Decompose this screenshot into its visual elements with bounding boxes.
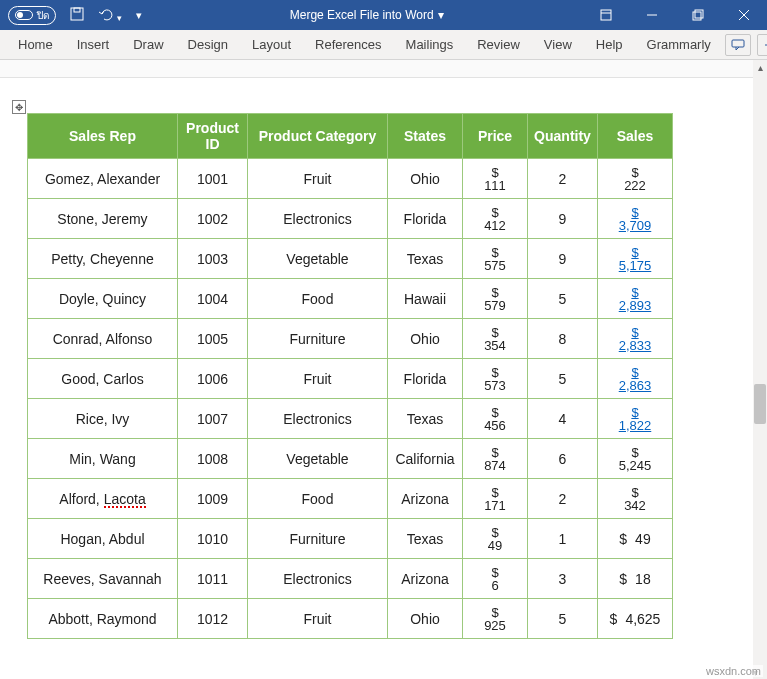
minimize-icon[interactable] [629, 0, 675, 30]
share-icon[interactable] [757, 34, 767, 56]
scroll-track[interactable] [753, 74, 767, 665]
cell-price[interactable]: $456 [463, 399, 528, 439]
tab-home[interactable]: Home [8, 32, 63, 57]
cell-sales[interactable]: $2,863 [598, 359, 673, 399]
document-title[interactable]: Merge Excel File into Word ▾ [150, 8, 583, 22]
cell-sales[interactable]: $5,175 [598, 239, 673, 279]
cell[interactable]: 4 [528, 399, 598, 439]
cell[interactable]: 1006 [178, 359, 248, 399]
save-icon[interactable] [70, 7, 84, 24]
header-product-category[interactable]: Product Category [248, 114, 388, 159]
ribbon-display-icon[interactable] [583, 0, 629, 30]
cell-price[interactable]: $575 [463, 239, 528, 279]
table-move-handle[interactable]: ✥ [12, 100, 26, 114]
cell-sales[interactable]: $1,822 [598, 399, 673, 439]
cell[interactable]: Hawaii [388, 279, 463, 319]
cell-price[interactable]: $925 [463, 599, 528, 639]
table-row[interactable]: Petty, Cheyenne1003VegetableTexas$5759$5… [28, 239, 673, 279]
cell[interactable]: Arizona [388, 559, 463, 599]
cell[interactable]: 8 [528, 319, 598, 359]
cell-sales[interactable]: $2,833 [598, 319, 673, 359]
vertical-scrollbar[interactable]: ▴ ▾ [753, 60, 767, 679]
table-row[interactable]: Min, Wang1008VegetableCalifornia$8746$5,… [28, 439, 673, 479]
cell-rep[interactable]: Rice, Ivy [28, 399, 178, 439]
cell[interactable]: Food [248, 479, 388, 519]
undo-icon[interactable]: ▾ [98, 7, 122, 24]
cell[interactable]: 5 [528, 279, 598, 319]
cell[interactable]: Fruit [248, 599, 388, 639]
cell[interactable]: Vegetable [248, 439, 388, 479]
header-sales[interactable]: Sales [598, 114, 673, 159]
cell[interactable]: Food [248, 279, 388, 319]
cell[interactable]: Fruit [248, 359, 388, 399]
cell-sales[interactable]: $342 [598, 479, 673, 519]
tab-layout[interactable]: Layout [242, 32, 301, 57]
cell[interactable]: 1001 [178, 159, 248, 199]
table-row[interactable]: Rice, Ivy1007ElectronicsTexas$4564$1,822 [28, 399, 673, 439]
header-price[interactable]: Price [463, 114, 528, 159]
cell[interactable]: 5 [528, 599, 598, 639]
autosave-toggle[interactable]: ปิด [8, 6, 56, 25]
cell-price[interactable]: $49 [463, 519, 528, 559]
cell[interactable]: Texas [388, 519, 463, 559]
cell[interactable]: 3 [528, 559, 598, 599]
cell-price[interactable]: $354 [463, 319, 528, 359]
cell[interactable]: California [388, 439, 463, 479]
cell-price[interactable]: $171 [463, 479, 528, 519]
cell[interactable]: Vegetable [248, 239, 388, 279]
cell-sales[interactable]: $3,709 [598, 199, 673, 239]
table-row[interactable]: Gomez, Alexander1001FruitOhio$1112$222 [28, 159, 673, 199]
header-states[interactable]: States [388, 114, 463, 159]
table-row[interactable]: Alford, Lacota1009FoodArizona$1712$342 [28, 479, 673, 519]
cell[interactable]: Furniture [248, 319, 388, 359]
cell[interactable]: 5 [528, 359, 598, 399]
more-icon[interactable]: ▾ [136, 9, 142, 22]
cell[interactable]: 9 [528, 199, 598, 239]
cell[interactable]: 6 [528, 439, 598, 479]
cell-rep[interactable]: Abbott, Raymond [28, 599, 178, 639]
cell-sales[interactable]: $18 [598, 559, 673, 599]
cell-rep[interactable]: Stone, Jeremy [28, 199, 178, 239]
cell[interactable]: 1004 [178, 279, 248, 319]
cell-rep[interactable]: Gomez, Alexander [28, 159, 178, 199]
header-sales-rep[interactable]: Sales Rep [28, 114, 178, 159]
cell[interactable]: Electronics [248, 399, 388, 439]
tab-draw[interactable]: Draw [123, 32, 173, 57]
table-row[interactable]: Stone, Jeremy1002ElectronicsFlorida$4129… [28, 199, 673, 239]
sales-table[interactable]: Sales Rep Product ID Product Category St… [27, 113, 673, 639]
cell-price[interactable]: $579 [463, 279, 528, 319]
cell-rep[interactable]: Good, Carlos [28, 359, 178, 399]
restore-icon[interactable] [675, 0, 721, 30]
tab-design[interactable]: Design [178, 32, 238, 57]
tab-references[interactable]: References [305, 32, 391, 57]
cell[interactable]: 1 [528, 519, 598, 559]
table-row[interactable]: Good, Carlos1006FruitFlorida$5735$2,863 [28, 359, 673, 399]
cell[interactable]: 1009 [178, 479, 248, 519]
cell[interactable]: 1008 [178, 439, 248, 479]
cell-rep[interactable]: Hogan, Abdul [28, 519, 178, 559]
table-row[interactable]: Abbott, Raymond1012FruitOhio$9255$4,625 [28, 599, 673, 639]
cell[interactable]: 1010 [178, 519, 248, 559]
tab-view[interactable]: View [534, 32, 582, 57]
table-row[interactable]: Hogan, Abdul1010FurnitureTexas$491$49 [28, 519, 673, 559]
cell[interactable]: 2 [528, 159, 598, 199]
cell[interactable]: Texas [388, 399, 463, 439]
cell-rep[interactable]: Alford, Lacota [28, 479, 178, 519]
cell[interactable]: Florida [388, 359, 463, 399]
ruler[interactable] [0, 60, 767, 78]
cell-rep[interactable]: Reeves, Savannah [28, 559, 178, 599]
table-row[interactable]: Doyle, Quincy1004FoodHawaii$5795$2,893 [28, 279, 673, 319]
cell-rep[interactable]: Doyle, Quincy [28, 279, 178, 319]
scroll-thumb[interactable] [754, 384, 766, 424]
cell[interactable]: Florida [388, 199, 463, 239]
tab-mailings[interactable]: Mailings [396, 32, 464, 57]
tab-insert[interactable]: Insert [67, 32, 120, 57]
cell-price[interactable]: $111 [463, 159, 528, 199]
table-row[interactable]: Conrad, Alfonso1005FurnitureOhio$3548$2,… [28, 319, 673, 359]
cell[interactable]: Texas [388, 239, 463, 279]
cell[interactable]: 1005 [178, 319, 248, 359]
tab-help[interactable]: Help [586, 32, 633, 57]
cell-sales[interactable]: $4,625 [598, 599, 673, 639]
cell[interactable]: 1002 [178, 199, 248, 239]
cell[interactable]: Ohio [388, 159, 463, 199]
